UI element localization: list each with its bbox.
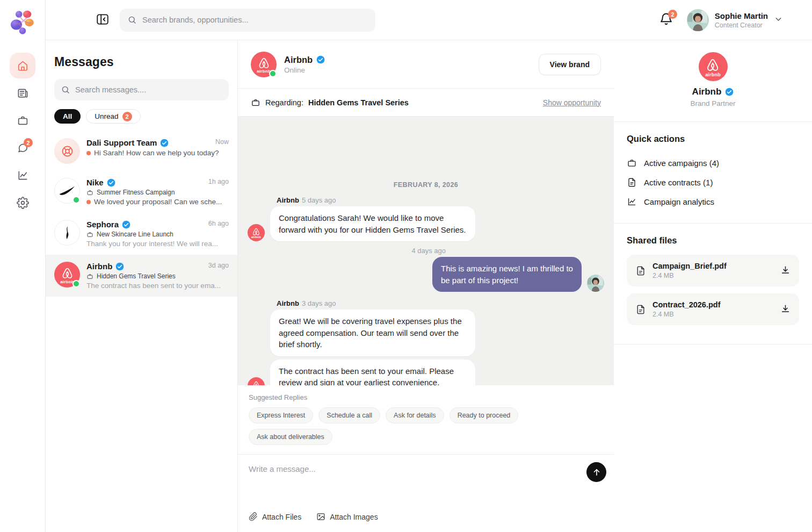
online-dot [73, 280, 80, 287]
verified-badge-icon [107, 178, 115, 187]
line-chart-icon [17, 169, 29, 182]
search-icon [61, 85, 70, 95]
newspaper-icon [17, 87, 29, 99]
lifebuoy-icon [60, 144, 75, 159]
file-card[interactable]: Campaign_Brief.pdf 2.4 MB [627, 255, 799, 286]
attach-files-button[interactable]: Attach Files [249, 512, 301, 521]
file-text-icon [627, 177, 637, 188]
user-menu[interactable]: Sophie Martin Content Creator [687, 9, 783, 31]
app-logo-icon[interactable] [8, 8, 37, 37]
regarding-bar: Regarding: Hidden Gems Travel Series Sho… [238, 89, 614, 117]
suggested-reply-chip[interactable]: Ready to proceed [450, 407, 519, 423]
briefcase-icon [17, 114, 29, 127]
show-opportunity-link[interactable]: Show opportunity [543, 98, 601, 107]
download-button[interactable] [780, 265, 791, 277]
online-dot [73, 196, 80, 204]
filter-all[interactable]: All [54, 109, 81, 124]
brand-name: Airbnb [692, 87, 722, 97]
conversation-dali-support[interactable]: Dali Support Team Now Hi Sarah! How can … [46, 131, 237, 171]
date-divider: FEBRUARY 8, 2026 [248, 181, 604, 189]
suggested-reply-chip[interactable]: Ask for details [386, 407, 444, 423]
page-title: Messages [46, 55, 237, 69]
verified-badge-icon [725, 88, 734, 96]
suggested-reply-chip[interactable]: Schedule a call [318, 407, 380, 423]
nav-analytics[interactable] [10, 162, 35, 188]
suggested-replies: Suggested Replies Express Interest Sched… [238, 385, 614, 454]
shared-files-title: Shared files [627, 235, 799, 246]
briefcase-icon [86, 231, 93, 238]
nav-feed[interactable] [10, 80, 35, 106]
notifications-count-badge: 2 [668, 10, 677, 19]
nav-messages[interactable]: 2 [10, 135, 35, 161]
airbnb-avatar: airbnb [699, 52, 728, 81]
messages-badge: 2 [24, 138, 33, 147]
panel-collapse-icon [96, 12, 110, 26]
unread-dot [86, 200, 91, 204]
briefcase-icon [251, 98, 260, 107]
unread-count-badge: 2 [122, 112, 132, 121]
conversation-nike[interactable]: Nike 1h ago Summer Fitness Campaign We l… [46, 171, 237, 213]
icon-sidebar: 2 [0, 0, 46, 532]
airbnb-belo-icon [257, 56, 271, 71]
download-icon [780, 304, 791, 314]
verified-badge-icon [316, 55, 325, 64]
view-brand-button[interactable]: View brand [539, 54, 601, 75]
download-button[interactable] [780, 304, 791, 315]
primary-nav: 2 [10, 53, 35, 215]
support-avatar [54, 138, 80, 164]
quick-action-campaigns[interactable]: Active campaigns (4) [627, 153, 799, 172]
airbnb-belo-icon [251, 380, 261, 385]
file-text-icon [635, 304, 646, 315]
airbnb-belo-icon [705, 57, 721, 74]
quick-actions-section: Quick actions Active campaigns (4) Activ… [614, 122, 812, 224]
chat-thread: airbnb Airbnb Online View brand Regardin… [238, 40, 614, 532]
message-meta: Airbnb3 days ago [277, 299, 604, 307]
brand-role: Brand Partner [690, 99, 735, 107]
conversation-list: Dali Support Team Now Hi Sarah! How can … [46, 131, 237, 297]
messages-search[interactable] [54, 79, 229, 100]
verified-badge-icon [160, 139, 169, 147]
message-meta: 4 days ago [248, 247, 446, 255]
sephora-flame-icon [59, 225, 75, 241]
regarding-label: Regarding: [265, 98, 303, 107]
message-bubble: The contract has been sent to your email… [270, 360, 475, 386]
online-dot [269, 70, 277, 77]
brand-message-group: airbnb Congratulations Sarah! We would l… [248, 206, 604, 241]
messages-search-input[interactable] [75, 85, 222, 94]
suggested-reply-chip[interactable]: Express Interest [249, 407, 313, 423]
sephora-avatar [54, 220, 80, 246]
briefcase-icon [86, 273, 93, 280]
nav-opportunities[interactable] [10, 107, 35, 133]
conversation-sephora[interactable]: Sephora 6h ago New Skincare Line Launch … [46, 213, 237, 255]
top-bar: 2 Sophie Martin Content Creator [46, 0, 812, 40]
file-card[interactable]: Contract_2026.pdf 2.4 MB [627, 293, 799, 325]
global-search-input[interactable] [142, 16, 368, 24]
filter-unread[interactable]: Unread 2 [86, 109, 140, 124]
chevron-down-icon [774, 15, 783, 26]
quick-actions-title: Quick actions [627, 134, 799, 144]
quick-action-contracts[interactable]: Active contracts (1) [627, 172, 799, 192]
file-size: 2.4 MB [653, 311, 721, 318]
send-button[interactable] [586, 462, 606, 482]
collapse-sidebar-button[interactable] [95, 12, 110, 27]
nav-settings[interactable] [10, 190, 35, 215]
attach-images-button[interactable]: Attach Images [316, 512, 378, 521]
conversation-airbnb[interactable]: airbnb Airbnb 3d ago Hidden Gems Travel … [46, 255, 237, 297]
avatar [687, 9, 709, 31]
unread-dot [86, 151, 91, 155]
download-icon [780, 265, 791, 275]
briefcase-icon [86, 189, 93, 196]
user-role: Content Creator [715, 21, 768, 29]
nav-home[interactable] [10, 53, 35, 78]
brand-message-group: airbnb Great! We will be covering travel… [248, 310, 604, 385]
suggested-reply-chip[interactable]: Ask about deliverables [249, 429, 332, 445]
message-scroll-area[interactable]: FEBRUARY 8, 2026 Airbnb5 days ago airbnb… [238, 117, 614, 385]
gear-icon [17, 197, 29, 209]
brand-detail-panel: airbnb Airbnb Brand Partner Quick action… [614, 40, 812, 532]
quick-action-analytics[interactable]: Campaign analytics [627, 192, 799, 211]
notifications-button[interactable]: 2 [659, 12, 675, 28]
message-input[interactable] [249, 464, 532, 495]
global-search[interactable] [120, 9, 375, 32]
chat-header: airbnb Airbnb Online View brand [238, 40, 614, 89]
search-icon [127, 15, 137, 25]
